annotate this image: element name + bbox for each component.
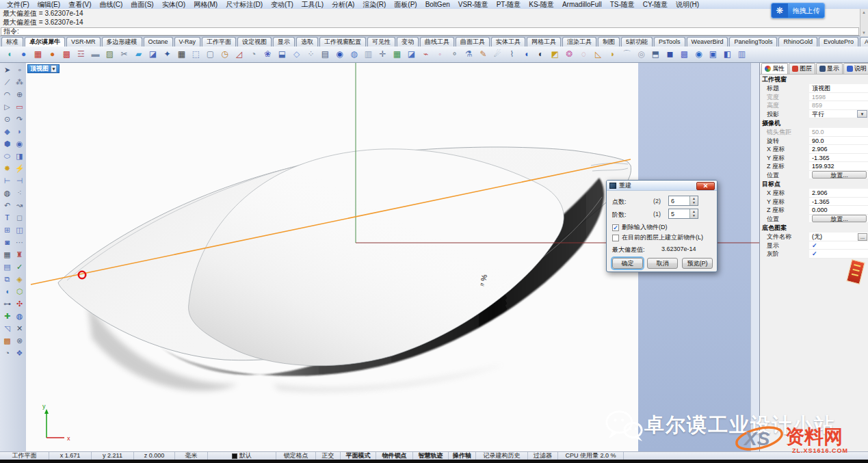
toolbar-tab[interactable]: 曲面工具 [456,37,490,47]
menu-item[interactable]: 尺寸标注(D) [222,0,267,9]
dialog-button[interactable]: 取消 [647,258,678,269]
sidebar-tool-icon[interactable]: ♜ [14,249,25,261]
param-spinner-input[interactable]: 6▲ ▼ [668,196,698,206]
menu-item[interactable]: PT-随意 [492,0,525,9]
toolbar-icon[interactable]: ◇ [290,48,303,61]
menu-item[interactable]: 分析(A) [328,0,358,9]
property-value[interactable]: ✓ [809,250,868,259]
toolbar-tab[interactable]: 变动 [397,37,419,47]
toolbar-icon[interactable]: ⌁ [419,48,432,61]
toolbar-tab[interactable]: 多边形建模 [102,37,142,47]
browse-button[interactable]: ... [858,233,867,241]
sidebar-tool-icon[interactable]: ✣ [14,298,25,310]
ok-button[interactable]: 确定 [612,258,643,269]
property-value[interactable]: 顶视图 [809,84,868,93]
dialog-titlebar[interactable]: 重建 ✕ [607,181,717,191]
toolbar-icon[interactable]: ◧ [721,48,734,61]
toolbar-icon[interactable]: ◔ [247,48,260,61]
toolbar-icon[interactable]: ◉ [333,48,346,61]
sidebar-tool-icon[interactable]: ⊞ [1,224,13,236]
toolbar-icon[interactable]: ❀ [261,48,274,61]
sidebar-tool-icon[interactable]: ◨ [14,150,25,162]
toolbar-icon[interactable]: ✛ [376,48,389,61]
menu-item[interactable]: 渲染(R) [358,0,390,9]
sidebar-tool-icon[interactable]: ⊣ [14,175,25,187]
toolbar-icon[interactable]: ⬚ [189,48,202,61]
sidebar-tool-icon[interactable]: ▤ [1,261,13,273]
toolbar-tab[interactable]: 显示 [273,37,295,47]
menu-item[interactable]: BoltGen [421,0,454,9]
panel-tab-图层[interactable]: 图层 [789,63,815,74]
toolbar-tab[interactable]: 实体工具 [491,37,525,47]
sidebar-tool-icon[interactable]: ◙ [1,237,13,248]
toolbar-icon[interactable]: ⬓ [276,48,289,61]
menu-item[interactable]: 工具(L) [298,0,328,9]
sidebar-tool-icon[interactable]: ➤ [1,64,13,76]
sidebar-tool-icon[interactable]: ∘ [14,64,25,76]
toolbar-tab[interactable]: 工作视窗配置 [319,37,366,47]
sidebar-tool-icon[interactable]: ↷ [14,114,25,125]
toolbar-tab[interactable]: EvolutePro [819,37,858,47]
checkbox-checked-icon[interactable]: ✓ [812,242,817,249]
menu-item[interactable]: 变动(T) [267,0,298,9]
menu-item[interactable]: 曲面(S) [127,0,157,9]
toolbar-icon[interactable]: ◌ [577,48,590,61]
statusbar-item[interactable]: 锁定格点 [276,452,316,460]
property-value[interactable]: (无)... [809,233,868,241]
sidebar-tool-icon[interactable]: ⁂ [14,77,25,88]
sidebar-tool-icon[interactable]: ↶ [1,200,13,211]
viewport-title-tab[interactable]: 顶视图 ▾ [27,64,60,73]
property-value[interactable]: -1.365 [809,154,868,163]
toolbar-tab[interactable]: WeaverBird [687,37,728,47]
sidebar-tool-icon[interactable]: ⊢ [1,175,13,187]
sidebar-tool-icon[interactable]: ◠ [1,89,13,101]
toolbar-icon[interactable]: ⬒ [649,48,662,61]
toolbar-icon[interactable]: ◖ [3,48,16,61]
toolbar-icon[interactable]: ● [17,48,30,61]
toolbar-icon[interactable]: ✦ [161,48,174,61]
toolbar-icon[interactable]: ◍ [347,48,360,61]
toolbar-icon[interactable]: ▬ [89,48,102,61]
statusbar-item[interactable]: 正交 [316,452,341,460]
property-value[interactable]: 859 [809,101,868,110]
toolbar-icon[interactable]: ⌒ [620,48,633,61]
menu-item[interactable]: 编辑(E) [34,0,64,9]
toolbar-tab[interactable]: PanelingTools [729,37,777,47]
toolbar-icon[interactable]: ❂ [563,48,576,61]
toolbar-icon[interactable]: ▩ [678,48,691,61]
toolbar-icon[interactable]: ◿ [233,48,246,61]
menu-item[interactable]: VSR-随意 [454,0,492,9]
sidebar-tool-icon[interactable]: ⊙ [1,114,13,125]
toolbar-icon[interactable]: ✎ [477,48,490,61]
sidebar-tool-icon[interactable]: ◍ [1,187,13,199]
rebuild-dialog[interactable]: 重建 ✕ 点数:(2)6▲ ▼阶数:(1)5▲ ▼ ✓删除输入物件(D)在目前的… [606,180,718,272]
sidebar-tool-icon[interactable]: ▭ [14,101,25,113]
upload-button[interactable]: ❋ 拖拽上传 [771,3,825,18]
toolbar-tab[interactable]: 卓尔谟犀牛 [25,37,65,47]
toolbar-tab[interactable]: V-Ray [174,37,201,47]
toolbar-icon[interactable]: ◪ [146,48,159,61]
toolbar-icon[interactable]: ▨ [103,48,116,61]
toolbar-icon[interactable]: ◦ [434,48,447,61]
statusbar-item[interactable]: 过滤器 [528,452,558,460]
toolbar-icon[interactable]: ☄ [491,48,504,61]
toolbar-icon[interactable]: ◺ [592,48,605,61]
toolbar-icon[interactable]: ▣ [707,48,720,61]
sidebar-tool-icon[interactable]: ⬭ [1,150,13,162]
property-value[interactable]: 放置... [809,171,868,180]
sidebar-tool-icon[interactable]: ✓ [14,261,25,273]
toolbar-icon[interactable]: ◐ [534,48,547,61]
toolbar-tab[interactable]: 制图 [598,37,620,47]
statusbar-item[interactable]: x 1.671 [49,452,92,460]
menu-item[interactable]: TS-随意 [606,0,639,9]
toolbar-icon[interactable]: ▢ [204,48,217,61]
toolbar-icon[interactable]: ⁘ [304,48,317,61]
sidebar-tool-icon[interactable]: ▷ [1,101,13,113]
toolbar-tab[interactable]: 曲线工具 [420,37,454,47]
toolbar-icon[interactable]: ☲ [75,48,88,61]
toolbar-icon[interactable]: ◗ [606,48,619,61]
sidebar-tool-icon[interactable]: ⊶ [1,298,13,310]
sidebar-tool-icon[interactable]: ⬡ [14,286,25,297]
sidebar-tool-icon[interactable]: ⚡ [14,163,25,174]
property-value[interactable]: -1.365 [809,198,868,207]
